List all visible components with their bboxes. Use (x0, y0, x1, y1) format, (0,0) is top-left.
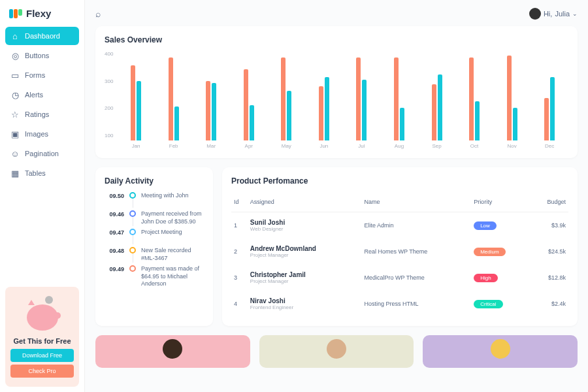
image-card[interactable] (423, 335, 578, 368)
sidebar-item-label: Tables (25, 169, 46, 177)
nav-icon: ⌂ (10, 31, 20, 41)
activity-row: 09.48New Sale recorded #ML-3467 (105, 247, 204, 263)
month-label: Nov (507, 143, 516, 149)
month-label: Feb (169, 143, 178, 149)
sidebar-item-label: Images (25, 130, 48, 138)
chart-bar (325, 77, 329, 141)
avatar (529, 8, 541, 20)
cell-budget: $24.5k (530, 238, 568, 265)
month-label: Apr (245, 143, 253, 149)
chart-bar (244, 69, 248, 140)
table-row: 1Sunil JoshiWeb DesignerElite AdminLow$3… (231, 212, 568, 239)
cell-id: 1 (231, 212, 248, 239)
daily-activity-card: Daily Activity 09.50Meeting with John09.… (95, 167, 213, 326)
activity-text: Meeting with John (141, 192, 204, 200)
cell-id: 3 (231, 265, 248, 291)
search-icon[interactable]: ⌕ (95, 8, 101, 19)
chart-bar (250, 105, 254, 140)
brand-name: Flexy (26, 8, 51, 19)
daily-activity-title: Daily Activity (105, 176, 204, 186)
chart-month-col: Jun (305, 56, 343, 149)
promo-card: Get This for Free Download Free Check Pr… (5, 287, 79, 387)
sales-overview-title: Sales Overview (105, 35, 568, 44)
check-pro-button[interactable]: Check Pro (10, 365, 74, 378)
cell-id: 2 (231, 238, 248, 265)
image-cards-row (95, 335, 578, 368)
chart-bar (131, 65, 135, 140)
month-label: Jan (132, 143, 140, 149)
month-label: Jun (319, 143, 328, 149)
cell-priority: Critical (471, 291, 530, 317)
chart-bar (362, 80, 367, 140)
sidebar-item-ratings[interactable]: ☆Ratings (5, 105, 79, 123)
sidebar-item-buttons[interactable]: ◎Buttons (5, 46, 79, 65)
chart-bar (174, 106, 179, 140)
table-row: 2Andrew McDownlandProject ManagerReal Ho… (231, 238, 568, 265)
chart-month-col: Dec (531, 56, 568, 149)
timeline-dot-icon (129, 265, 136, 272)
chart-month-col: Oct (455, 56, 493, 149)
month-label: Mar (206, 143, 216, 149)
month-label: Jul (358, 143, 365, 149)
cell-budget: $12.8k (530, 265, 568, 291)
nav: ⌂Dashbaord◎Buttons▭Forms◷Alerts☆Ratings▣… (5, 27, 79, 182)
download-free-button[interactable]: Download Free (10, 349, 74, 362)
chart-bar (356, 57, 361, 140)
nav-icon: ◎ (10, 51, 20, 60)
chart-month-col: Nov (493, 56, 531, 149)
cell-assigned: Christopher JamilProject Manager (248, 265, 362, 291)
priority-badge: High (474, 274, 497, 282)
image-card[interactable] (95, 335, 250, 368)
product-performance-card: Product Perfomance Id Assigned Name Prio… (222, 167, 578, 326)
image-card[interactable] (259, 335, 414, 368)
chart-bar (432, 84, 436, 140)
activity-text: Payment was made of $64.95 to Michael An… (141, 265, 204, 288)
cell-assigned: Andrew McDownlandProject Manager (248, 238, 362, 265)
chart-month-col: Apr (230, 56, 268, 149)
activity-row: 09.46Payment received from John Doe of $… (105, 210, 204, 226)
user-menu[interactable]: Hi, Julia ⌄ (529, 8, 578, 20)
timeline-dot-icon (129, 192, 136, 199)
priority-badge: Critical (474, 300, 502, 308)
sidebar-item-dashbaord[interactable]: ⌂Dashbaord (5, 27, 79, 45)
chart-bar (287, 91, 291, 140)
sidebar-item-pagination[interactable]: ☺Pagination (5, 144, 79, 163)
topbar: ⌕ Hi, Julia ⌄ (95, 5, 578, 26)
priority-badge: Medium (474, 248, 505, 256)
chart-bar (507, 56, 512, 140)
timeline-dot-icon (129, 247, 136, 253)
sales-chart: 400300200100 JanFebMarAprMayJunJulAugSep… (105, 51, 568, 149)
cell-assigned: Nirav JoshiFrontend Engineer (248, 291, 362, 317)
cell-name: Hosting Press HTML (362, 291, 472, 317)
main-content: ⌕ Hi, Julia ⌄ Sales Overview 40030020010… (85, 0, 588, 392)
sidebar-item-label: Pagination (25, 150, 59, 157)
nav-icon: ◷ (10, 90, 20, 99)
chart-month-col: Feb (155, 56, 193, 149)
activity-time: 09.46 (105, 210, 124, 218)
nav-icon: ☆ (10, 110, 20, 119)
table-row: 3Christopher JamilProject ManagerMedical… (231, 265, 568, 291)
sidebar-item-tables[interactable]: ▦Tables (5, 164, 79, 182)
month-label: Oct (470, 143, 478, 149)
sidebar-item-images[interactable]: ▣Images (5, 125, 79, 143)
activity-time: 09.50 (105, 192, 124, 199)
logo-mark-icon (9, 9, 22, 18)
y-tick: 200 (105, 105, 113, 111)
sidebar-item-forms[interactable]: ▭Forms (5, 66, 79, 84)
cell-priority: Low (471, 212, 530, 239)
sidebar-item-label: Ratings (25, 110, 49, 118)
priority-badge: Low (474, 221, 497, 230)
cell-name: MedicalPro WP Theme (362, 265, 472, 291)
chart-month-col: Jul (343, 56, 381, 149)
sidebar-item-alerts[interactable]: ◷Alerts (5, 86, 79, 104)
th-name: Name (362, 192, 472, 212)
nav-icon: ▦ (10, 169, 20, 178)
sales-overview-card: Sales Overview 400300200100 JanFebMarApr… (95, 26, 578, 158)
timeline-dot-icon (129, 210, 136, 217)
nav-icon: ▣ (10, 129, 20, 139)
sidebar-item-label: Alerts (25, 91, 43, 99)
sidebar: Flexy ⌂Dashbaord◎Buttons▭Forms◷Alerts☆Ra… (0, 0, 85, 392)
product-performance-title: Product Perfomance (231, 176, 568, 186)
chart-bar (169, 57, 173, 140)
cell-id: 4 (231, 291, 248, 317)
